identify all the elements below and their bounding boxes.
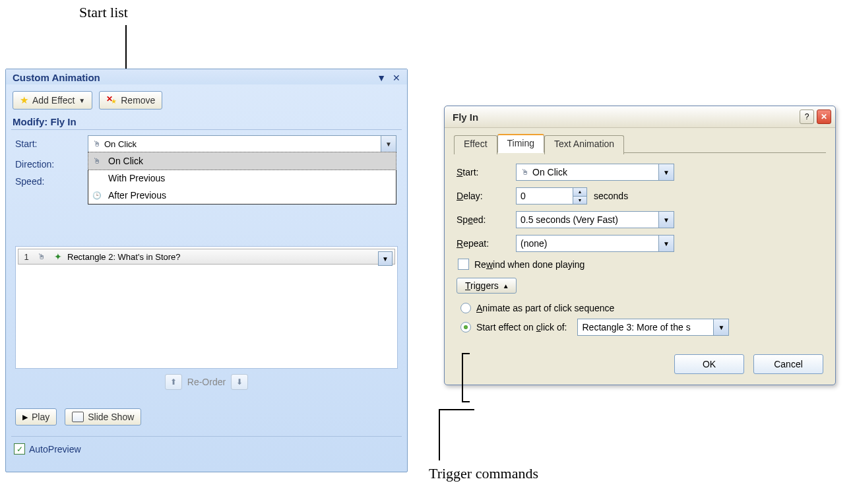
delay-row: Delay: 0 ▲ ▼ seconds	[457, 187, 823, 205]
mouse-icon: 🖱	[92, 156, 102, 166]
dlg-start-label: Start:	[457, 167, 516, 177]
callout-line	[439, 409, 474, 410]
remove-label: Remove	[121, 95, 155, 106]
play-label: Play	[32, 412, 49, 422]
start-label: Start:	[15, 139, 88, 149]
rewind-row: Rewind when done playing	[458, 259, 823, 270]
animation-item-label: Rectangle 2: What's in Store?	[67, 252, 181, 262]
divider	[11, 129, 402, 130]
triggers-label: Triggers	[465, 280, 499, 291]
tab-timing[interactable]: Timing	[497, 134, 545, 153]
callout-start-list: Start list	[79, 4, 128, 21]
mouse-icon: 🖱	[92, 139, 102, 148]
spinner-buttons[interactable]: ▲ ▼	[573, 188, 586, 204]
dialog-title: Fly In	[453, 111, 478, 123]
chevron-down-icon: ▼	[79, 97, 85, 104]
spinner-up-icon[interactable]: ▲	[573, 188, 586, 197]
delay-spinner[interactable]: 0 ▲ ▼	[516, 187, 587, 205]
click-of-combo[interactable]: Rectangle 3: More of the s ▼	[577, 319, 729, 336]
direction-label: Direction:	[15, 159, 88, 170]
dlg-repeat-combo[interactable]: (none) ▼	[516, 235, 674, 252]
autopreview-checkbox[interactable]: ✓	[14, 443, 25, 455]
radio-click-of-label: Start effect on click of:	[476, 322, 567, 332]
callout-line	[462, 353, 463, 402]
reorder-down-button[interactable]: ⬇	[231, 374, 248, 390]
remove-button[interactable]: Remove	[99, 91, 162, 110]
radio-seq-label: Animate as part of click sequence	[476, 303, 614, 313]
play-button[interactable]: ▶ Play	[15, 408, 57, 425]
option-label: On Click	[108, 156, 143, 166]
chevron-down-icon[interactable]: ▼	[658, 236, 674, 251]
radio-off-icon[interactable]	[460, 303, 471, 313]
play-icon: ▶	[22, 413, 28, 422]
ok-button[interactable]: OK	[674, 354, 744, 374]
pane-toolbar: ★ Add Effect ▼ Remove	[6, 84, 407, 113]
pane-menu-icon[interactable]: ▼	[375, 73, 387, 83]
start-combo[interactable]: 🖱 On Click ▼	[88, 135, 396, 152]
start-option-after-previous[interactable]: 🕒 After Previous	[88, 187, 396, 204]
cancel-button[interactable]: Cancel	[753, 354, 823, 374]
effect-icon: ✦	[54, 251, 62, 262]
chevron-down-icon[interactable]: ▼	[713, 319, 728, 335]
properties-grid: Start: 🖱 On Click ▼ 🖱 On Click With Prev…	[6, 134, 407, 187]
animation-list: 1 🖱 ✦ Rectangle 2: What's in Store? ▼	[15, 246, 398, 369]
dlg-start-combo[interactable]: 🖱 On Click ▼	[516, 164, 674, 181]
pane-header: Custom Animation ▼ ✕	[6, 69, 407, 84]
radio-animate-sequence[interactable]: Animate as part of click sequence	[460, 303, 823, 313]
dlg-speed-label: Speed:	[457, 214, 516, 225]
animation-list-item[interactable]: 1 🖱 ✦ Rectangle 2: What's in Store? ▼	[18, 249, 395, 265]
tab-effect[interactable]: Effect	[454, 135, 497, 154]
triggers-button[interactable]: Triggers ▲	[457, 278, 517, 294]
divider	[11, 436, 402, 437]
spinner-down-icon[interactable]: ▼	[573, 197, 586, 205]
speed-row: Speed: 0.5 seconds (Very Fast) ▼	[457, 211, 823, 228]
start-row: Start: 🖱 On Click ▼	[457, 164, 823, 181]
callout-line	[439, 409, 440, 460]
help-button[interactable]: ?	[800, 110, 814, 124]
option-label: After Previous	[108, 190, 166, 201]
chevron-down-icon[interactable]: ▼	[658, 164, 674, 180]
radio-on-icon[interactable]	[460, 322, 471, 332]
delay-unit: seconds	[594, 191, 628, 201]
pane-close-icon[interactable]: ✕	[391, 73, 402, 83]
remove-icon	[106, 96, 117, 105]
bottom-toolbar: ▶ Play Slide Show	[6, 390, 407, 432]
star-icon: ★	[20, 94, 28, 106]
mouse-icon: 🖱	[37, 252, 46, 261]
dlg-start-value: On Click	[532, 167, 567, 177]
slideshow-label: Slide Show	[88, 412, 134, 422]
modify-section-label: Modify: Fly In	[6, 113, 407, 127]
chevron-down-icon[interactable]: ▼	[381, 136, 396, 152]
add-effect-button[interactable]: ★ Add Effect ▼	[13, 91, 92, 110]
reorder-bar: ⬆ Re-Order ⬇	[6, 374, 407, 390]
autopreview-row: ✓ AutoPreview	[6, 441, 407, 460]
start-option-on-click[interactable]: 🖱 On Click	[88, 152, 396, 170]
autopreview-label: AutoPreview	[29, 444, 81, 455]
start-combo-wrap: 🖱 On Click ▼ 🖱 On Click With Previous 🕒 …	[88, 135, 396, 152]
dlg-speed-combo[interactable]: 0.5 seconds (Very Fast) ▼	[516, 211, 674, 228]
option-label: With Previous	[108, 173, 165, 183]
radio-start-on-click-of[interactable]: Start effect on click of: Rectangle 3: M…	[460, 319, 823, 336]
add-effect-label: Add Effect	[32, 95, 75, 106]
pane-title: Custom Animation	[13, 72, 100, 83]
dialog-body: Effect Timing Text Animation Start: 🖱 On…	[445, 128, 835, 385]
dlg-repeat-label: Repeat:	[457, 238, 516, 249]
dialog-title-controls: ? ✕	[800, 110, 831, 124]
dlg-speed-value: 0.5 seconds (Very Fast)	[521, 214, 618, 225]
dialog-footer: OK Cancel	[454, 344, 826, 375]
dialog-titlebar: Fly In ? ✕	[445, 106, 835, 128]
slideshow-icon	[72, 412, 84, 422]
start-dropdown-list: 🖱 On Click With Previous 🕒 After Previou…	[88, 152, 396, 205]
rewind-checkbox[interactable]	[458, 259, 469, 270]
tab-text-animation[interactable]: Text Animation	[544, 135, 624, 154]
slideshow-button[interactable]: Slide Show	[65, 408, 141, 425]
collapse-icon: ▲	[503, 282, 509, 290]
reorder-up-button[interactable]: ⬆	[165, 374, 182, 390]
tab-strip: Effect Timing Text Animation	[454, 133, 826, 153]
close-button[interactable]: ✕	[817, 110, 831, 124]
chevron-down-icon[interactable]: ▼	[658, 212, 674, 228]
item-menu-icon[interactable]: ▼	[378, 251, 393, 266]
mouse-icon: 🖱	[521, 168, 530, 177]
speed-label: Speed:	[15, 176, 88, 187]
start-option-with-previous[interactable]: With Previous	[88, 170, 396, 187]
